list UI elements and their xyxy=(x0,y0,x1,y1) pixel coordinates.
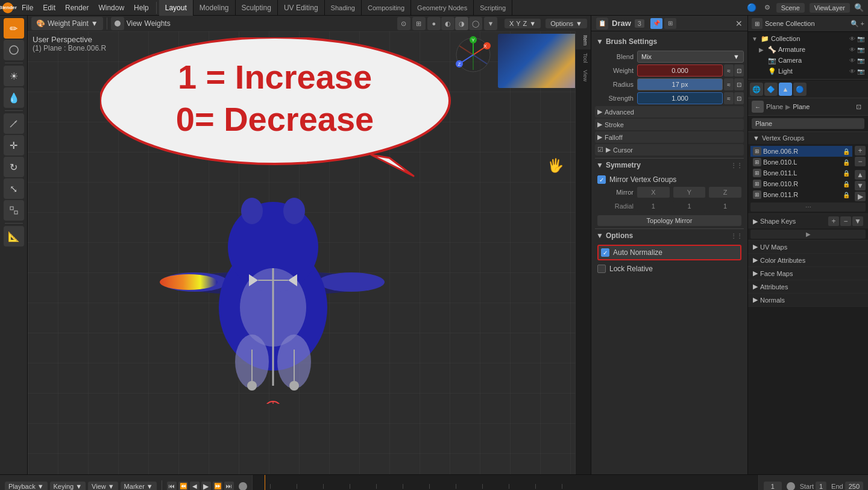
menu-file[interactable]: File xyxy=(17,0,38,16)
data-props-icon[interactable]: ▲ xyxy=(779,83,792,96)
play-btn[interactable]: ▶ xyxy=(201,482,211,491)
mirror-x-btn[interactable]: X xyxy=(637,187,670,198)
radial-y-val[interactable]: 1 xyxy=(673,201,706,212)
normals-header[interactable]: ▶ Normals xyxy=(748,294,868,306)
menu-help[interactable]: Help xyxy=(129,0,154,16)
vg-up-btn[interactable]: ▲ xyxy=(855,170,866,180)
radius-curve[interactable]: ≈ xyxy=(724,78,734,90)
copy-icon[interactable]: ⊞ xyxy=(664,18,676,29)
pin-icon[interactable]: 📌 xyxy=(650,18,662,29)
marker-dropdown[interactable]: Marker ▼ xyxy=(121,482,157,491)
symmetry-options[interactable]: ⋮⋮ xyxy=(731,162,743,169)
xyz-gizmo[interactable]: XYZ ▼ xyxy=(505,19,541,28)
mode-selector[interactable]: 🎨 Weight Paint ▼ xyxy=(31,17,103,30)
viewport-options[interactable]: ▼ xyxy=(484,17,497,30)
mirror-vg-checkbox[interactable] xyxy=(597,175,606,184)
vg-add-btn[interactable]: + xyxy=(855,146,866,155)
brush-settings-header[interactable]: ▼ Brush Settings xyxy=(595,35,744,48)
radial-x-val[interactable]: 1 xyxy=(637,201,670,212)
face-maps-header[interactable]: ▶ Face Maps xyxy=(748,267,868,280)
jump-start-btn[interactable]: ⏮ xyxy=(167,482,177,491)
zoom-icon[interactable]: 🔍 xyxy=(852,1,866,14)
collection-item[interactable]: ▼ 📁 Collection 👁 📷 xyxy=(749,33,867,44)
filter-icon[interactable]: 🔍 xyxy=(851,20,859,28)
options-dropdown[interactable]: Options ▼ xyxy=(546,19,587,28)
weight-curve[interactable]: ≈ xyxy=(724,64,734,77)
draw-tool[interactable]: ✏ xyxy=(4,18,24,39)
forward-btn[interactable]: ⊡ xyxy=(852,101,864,113)
cam-vis-eye[interactable]: 👁 xyxy=(849,57,855,64)
weight-pin[interactable]: ⊡ xyxy=(734,64,744,77)
tab-geometry-nodes[interactable]: Geometry Nodes xyxy=(411,0,474,16)
blur-tool[interactable] xyxy=(4,40,24,60)
tab-sculpting[interactable]: Sculpting xyxy=(236,0,278,16)
vg-remove-btn[interactable]: − xyxy=(855,157,866,166)
render-icon[interactable]: 🔵 xyxy=(745,1,758,14)
tab-layout[interactable]: Layout xyxy=(159,0,193,16)
item-tab[interactable]: Item xyxy=(576,31,591,49)
start-frame-field[interactable]: 1 xyxy=(816,482,826,491)
menu-edit[interactable]: Edit xyxy=(38,0,60,16)
stroke-header[interactable]: ▶ Stroke xyxy=(595,119,744,130)
view-dropdown[interactable]: View ▼ xyxy=(88,482,118,491)
sk-add-btn[interactable]: + xyxy=(828,216,839,226)
panel-close[interactable]: ✕ xyxy=(735,19,743,28)
viewport-shading-solid[interactable] xyxy=(111,17,124,30)
sk-down-btn[interactable]: ▼ xyxy=(852,216,863,226)
auto-normalize-checkbox[interactable] xyxy=(601,248,609,257)
smear-tool[interactable]: ☀ xyxy=(4,66,24,86)
keying-dropdown[interactable]: Keying ▼ xyxy=(50,482,86,491)
sk-remove-btn[interactable]: − xyxy=(840,216,851,226)
tab-uv-editing[interactable]: UV Editing xyxy=(278,0,325,16)
color-attributes-header[interactable]: ▶ Color Attributes xyxy=(748,254,868,266)
view-tab[interactable]: View xyxy=(576,66,591,85)
vg-bone010l[interactable]: ⊞ Bone.010.L 🔒 xyxy=(750,157,852,168)
sample-tool[interactable]: 💧 xyxy=(4,87,24,108)
weights-menu[interactable]: Weights xyxy=(145,19,171,28)
jump-end-btn[interactable]: ⏭ xyxy=(224,482,234,491)
tab-scripting[interactable]: Scripting xyxy=(474,0,512,16)
vg-expand-btn[interactable]: ▶ xyxy=(855,192,866,201)
shape-keys-header[interactable]: ▶ Shape Keys + − ▼ xyxy=(748,214,868,228)
armature-item[interactable]: ▶ 🦴 Armature 👁 📷 xyxy=(749,44,867,55)
menu-render[interactable]: Render xyxy=(60,0,93,16)
end-frame-field[interactable]: 250 xyxy=(845,482,863,491)
annotate-tool[interactable] xyxy=(4,113,24,134)
eevee-shading[interactable]: ◯ xyxy=(469,17,482,30)
menu-window[interactable]: Window xyxy=(93,0,129,16)
viewlayer-selector[interactable]: ViewLayer xyxy=(810,3,850,13)
camera-item[interactable]: 📷 Camera 👁 📷 xyxy=(749,55,867,66)
vg-bone011l[interactable]: ⊞ Bone.011.L 🔒 xyxy=(750,168,852,178)
strength-pin[interactable]: ⊡ xyxy=(734,92,744,104)
scale-tool[interactable]: ⤡ xyxy=(4,178,24,199)
vg-bone011r[interactable]: ⊞ Bone.011.R 🔒 xyxy=(750,189,852,200)
measure-tool[interactable]: 📐 xyxy=(4,226,24,247)
vis-eye[interactable]: 👁 xyxy=(849,36,855,42)
transform-tool[interactable] xyxy=(4,200,24,221)
attributes-header[interactable]: ▶ Attributes xyxy=(748,280,868,293)
scene-props-icon[interactable]: 🌐 xyxy=(750,83,763,96)
radial-z-val[interactable]: 1 xyxy=(709,201,741,212)
mat-props-icon[interactable]: 🔵 xyxy=(793,83,807,96)
light-vis-cam[interactable]: 📷 xyxy=(857,68,864,75)
panel-icon[interactable]: ⊞ xyxy=(752,18,763,29)
radius-pin[interactable]: ⊡ xyxy=(734,78,744,90)
rotate-tool[interactable]: ↻ xyxy=(4,157,24,177)
arm-vis-cam[interactable]: 📷 xyxy=(857,46,864,53)
strength-field[interactable]: 1.000 xyxy=(637,92,723,104)
overlay-icon[interactable]: ⊙ xyxy=(397,17,410,30)
scene-selector[interactable]: Scene xyxy=(776,3,805,13)
rendered-shading[interactable]: ◑ xyxy=(455,17,468,30)
light-item[interactable]: 💡 Light 👁 📷 xyxy=(749,66,867,77)
options-menu[interactable]: ⋮⋮ xyxy=(731,233,743,239)
topology-mirror-btn[interactable]: Topology Mirror xyxy=(597,215,741,226)
weight-field[interactable]: 0.000 xyxy=(637,64,723,77)
object-name-field[interactable]: Plane xyxy=(752,118,864,129)
back-btn[interactable]: ← xyxy=(752,101,764,113)
vg-bone010r[interactable]: ⊞ Bone.010.R 🔒 xyxy=(750,178,852,189)
move-tool[interactable]: ✛ xyxy=(4,135,24,155)
solid-shading[interactable]: ● xyxy=(427,17,441,30)
vg-bone006r[interactable]: ⊞ Bone.006.R 🔒 xyxy=(750,146,852,157)
material-shading[interactable]: ◐ xyxy=(441,17,454,30)
viewport-canvas[interactable]: User Perspective (1) Plane : Bone.006.R … xyxy=(28,31,591,474)
